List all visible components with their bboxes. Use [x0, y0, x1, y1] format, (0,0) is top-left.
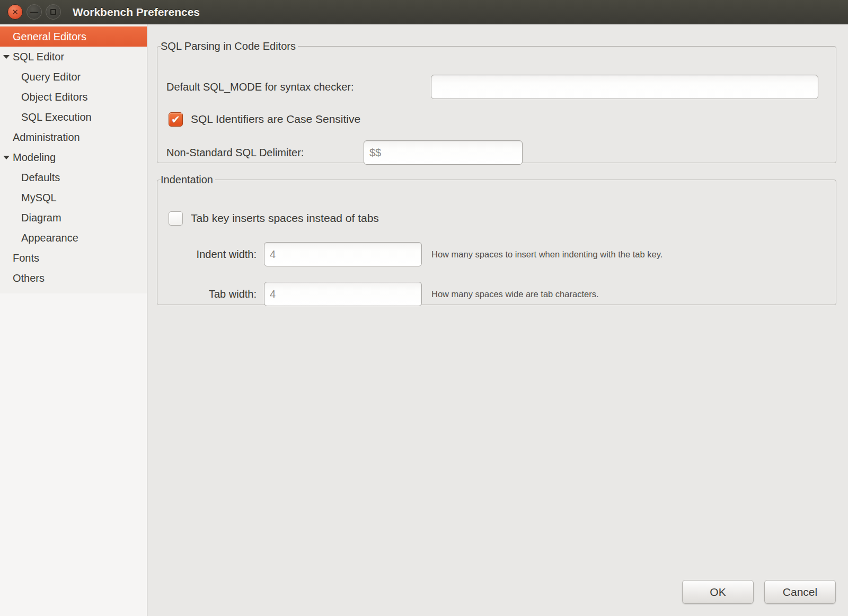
sql-mode-row: Default SQL_MODE for syntax checker: [157, 75, 836, 99]
sidebar-item-modeling[interactable]: Modeling [0, 147, 147, 167]
tab-spaces-row: ✔ Tab key inserts spaces instead of tabs [169, 211, 379, 226]
sidebar-item-fonts[interactable]: Fonts [0, 248, 147, 268]
expander-down-icon[interactable] [3, 55, 10, 59]
ok-button[interactable]: OK [682, 580, 754, 604]
sidebar-item-appearance[interactable]: Appearance [0, 228, 147, 248]
sidebar-item-label: Diagram [21, 212, 61, 224]
sidebar-item-label: Query Editor [21, 71, 81, 83]
sidebar-item-label: Defaults [21, 172, 60, 184]
sidebar-item-administration[interactable]: Administration [0, 127, 147, 147]
indentation-group: Indentation ✔ Tab key inserts spaces ins… [157, 174, 836, 305]
tab-width-help: How many spaces wide are tab characters. [431, 289, 598, 299]
preferences-window: ✕ — Workbench Preferences General Editor… [0, 0, 848, 616]
sidebar-item-sql-execution[interactable]: SQL Execution [0, 107, 147, 127]
tab-spaces-label: Tab key inserts spaces instead of tabs [191, 212, 379, 225]
tab-width-row: Tab width: How many spaces wide are tab … [157, 282, 836, 306]
sidebar-item-label: General Editors [13, 31, 86, 43]
case-sensitive-label: SQL Identifiers are Case Sensitive [191, 113, 360, 126]
sidebar-item-defaults[interactable]: Defaults [0, 167, 147, 188]
indentation-group-title: Indentation [161, 174, 215, 186]
sidebar-item-general-editors[interactable]: General Editors [0, 26, 147, 47]
window-title: Workbench Preferences [73, 0, 200, 24]
case-sensitive-checkbox[interactable]: ✔ [169, 112, 183, 127]
titlebar[interactable]: ✕ — Workbench Preferences [0, 0, 848, 24]
sidebar-item-label: Object Editors [21, 91, 88, 103]
expander-down-icon[interactable] [3, 156, 10, 159]
indent-width-row: Indent width: How many spaces to insert … [157, 242, 836, 266]
sql-parsing-group-title: SQL Parsing in Code Editors [161, 40, 298, 52]
close-glyph: ✕ [12, 7, 19, 17]
sidebar-item-label: Appearance [21, 232, 78, 244]
delimiter-label: Non-Standard SQL Delimiter: [166, 147, 304, 159]
sidebar-item-object-editors[interactable]: Object Editors [0, 87, 147, 107]
checkmark-icon: ✔ [171, 114, 181, 125]
sidebar-item-label: MySQL [21, 192, 57, 204]
minimize-glyph: — [30, 7, 38, 16]
sidebar-item-diagram[interactable]: Diagram [0, 208, 147, 228]
sidebar-item-label: Administration [13, 131, 80, 144]
sql-mode-label: Default SQL_MODE for syntax checker: [166, 81, 354, 93]
sql-parsing-group: SQL Parsing in Code Editors Default SQL_… [157, 40, 836, 163]
maximize-glyph [50, 9, 56, 15]
sql-mode-input[interactable] [431, 75, 818, 99]
tab-width-input[interactable] [264, 282, 422, 306]
indent-width-input[interactable] [264, 242, 422, 266]
sidebar-tree: General EditorsSQL EditorQuery EditorObj… [0, 24, 147, 293]
sidebar-item-query-editor[interactable]: Query Editor [0, 67, 147, 87]
delimiter-input[interactable] [364, 140, 523, 165]
sidebar-item-label: SQL Execution [21, 111, 92, 123]
sidebar-item-label: SQL Editor [13, 51, 64, 63]
sidebar-item-others[interactable]: Others [0, 268, 147, 288]
sidebar: General EditorsSQL EditorQuery EditorObj… [0, 24, 147, 616]
cancel-button[interactable]: Cancel [764, 580, 836, 604]
delimiter-row: Non-Standard SQL Delimiter: [157, 140, 836, 165]
sidebar-item-mysql[interactable]: MySQL [0, 188, 147, 208]
maximize-icon[interactable] [46, 4, 61, 20]
sidebar-item-label: Modeling [13, 151, 56, 164]
sidebar-item-label: Others [13, 272, 45, 284]
case-sensitive-row: ✔ SQL Identifiers are Case Sensitive [169, 112, 360, 127]
sidebar-item-sql-editor[interactable]: SQL Editor [0, 47, 147, 67]
minimize-icon[interactable]: — [26, 4, 42, 20]
indent-width-help: How many spaces to insert when indenting… [431, 249, 662, 260]
tab-spaces-checkbox[interactable]: ✔ [169, 211, 183, 226]
sidebar-item-label: Fonts [13, 252, 39, 264]
tab-width-label: Tab width: [166, 288, 257, 300]
close-icon[interactable]: ✕ [7, 4, 23, 20]
indent-width-label: Indent width: [166, 248, 257, 261]
